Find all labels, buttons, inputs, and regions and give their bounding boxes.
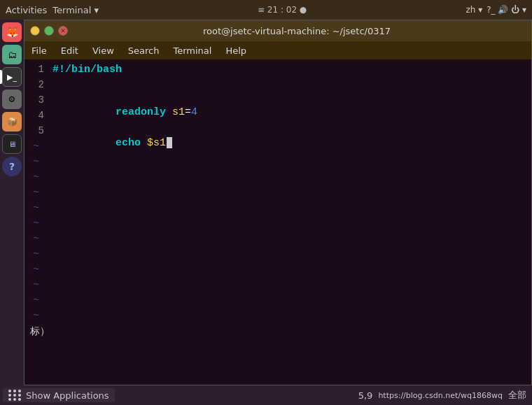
sidebar: 🦊 🗂 ▶_ ⚙ 📦 🖥 ? — [0, 20, 24, 385]
tilde-line-4: ~ — [24, 187, 531, 202]
dot-3 — [18, 390, 21, 392]
system-bar: Activities Terminal ▾ ≡ 21 : 02 ● zh ▾ ?… — [0, 0, 532, 20]
tilde-line-9: ~ — [24, 264, 531, 279]
window-title: root@jsetc-virtual-machine: ~/jsetc/0317 — [68, 26, 526, 36]
code-line-5: 5 echo $s1 — [24, 125, 531, 141]
sidebar-icon-help[interactable]: ? — [2, 157, 22, 176]
line-num-2: 2 — [27, 79, 44, 90]
dot-1 — [8, 390, 11, 392]
system-bar-left: Activities Terminal ▾ — [6, 5, 99, 15]
lang-indicator[interactable]: zh ▾ — [465, 5, 482, 15]
code-line-2: 2 — [24, 79, 531, 94]
tilde-line-12: ~ — [24, 310, 531, 325]
menu-terminal[interactable]: Terminal — [170, 44, 214, 57]
show-applications-label: Show Applications — [26, 390, 109, 401]
tilde-line-7: ~ — [24, 233, 531, 248]
activities-label[interactable]: Activities — [6, 5, 47, 15]
minimize-button[interactable] — [30, 26, 40, 36]
keyword-echo: echo — [115, 137, 147, 149]
sidebar-icon-settings[interactable]: ⚙ — [2, 90, 22, 109]
dot-6 — [18, 394, 21, 397]
clock: ≡ 21 : 02 ● — [258, 5, 307, 15]
window-controls: ✕ — [30, 26, 68, 36]
menu-bar: File Edit View Search Terminal Help — [24, 41, 531, 59]
terminal-window: ✕ root@jsetc-virtual-machine: ~/jsetc/03… — [24, 20, 532, 385]
cursor — [167, 137, 172, 148]
value-4: 4 — [191, 106, 197, 118]
sidebar-icon-display[interactable]: 🖥 — [2, 134, 22, 154]
close-button[interactable]: ✕ — [58, 26, 68, 36]
line-num-5: 5 — [27, 125, 44, 136]
maximize-button[interactable] — [44, 26, 54, 36]
title-bar: ✕ root@jsetc-virtual-machine: ~/jsetc/03… — [24, 20, 531, 41]
code-line-1: 1 #!/bin/bash — [24, 64, 531, 79]
tilde-line-3: ~ — [24, 171, 531, 187]
var-s1-ref: $s1 — [147, 137, 166, 149]
menu-view[interactable]: View — [90, 44, 117, 57]
equals-sign: = — [185, 106, 191, 118]
tilde-line-11: ~ — [24, 294, 531, 310]
dots-grid-icon — [8, 390, 22, 401]
dot-7 — [8, 398, 11, 401]
dot-5 — [13, 394, 16, 397]
sidebar-icon-misc[interactable]: 📦 — [2, 112, 22, 132]
sidebar-icon-files[interactable]: 🗂 — [2, 45, 22, 64]
line-content-5: echo $s1 — [52, 125, 172, 161]
status-bar: Show Applications 5,9 https://blog.csdn.… — [0, 385, 532, 405]
menu-file[interactable]: File — [29, 44, 50, 57]
menu-edit[interactable]: Edit — [58, 44, 81, 57]
all-label: 全部 — [508, 389, 526, 402]
dot-8 — [13, 398, 16, 401]
line-content-1: #!/bin/bash — [52, 64, 122, 76]
show-applications-button[interactable]: Show Applications — [3, 388, 115, 402]
main-layout: 🦊 🗂 ▶_ ⚙ 📦 🖥 ? — [0, 20, 532, 385]
url-label: https://blog.csdn.net/wq1868wq — [378, 391, 503, 400]
system-bar-center: ≡ 21 : 02 ● — [99, 5, 465, 15]
status-left: Show Applications — [0, 388, 115, 402]
bottom-partial-line: 标） — [24, 325, 531, 341]
var-s1: s1 — [172, 106, 185, 118]
dot-4 — [8, 394, 11, 397]
cursor-position: 5,9 — [358, 390, 373, 401]
tilde-line-10: ~ — [24, 279, 531, 294]
sidebar-icon-terminal[interactable]: ▶_ — [2, 67, 22, 87]
line-num-4: 4 — [27, 110, 44, 121]
menu-search[interactable]: Search — [125, 44, 162, 57]
tilde-line-5: ~ — [24, 202, 531, 218]
keyword-readonly: readonly — [115, 106, 172, 118]
terminal-menu-label[interactable]: Terminal ▾ — [52, 5, 99, 15]
tilde-line-8: ~ — [24, 248, 531, 264]
status-right: 5,9 https://blog.csdn.net/wq1868wq 全部 — [358, 389, 532, 402]
editor-area[interactable]: 1 #!/bin/bash 2 3 readonly s1=4 4 — [24, 59, 531, 385]
code-line-3: 3 readonly s1=4 — [24, 94, 531, 110]
dot-2 — [13, 390, 16, 392]
system-bar-right: zh ▾ ?_ 🔊 ⏻ ▾ — [465, 5, 526, 15]
tilde-line-6: ~ — [24, 218, 531, 233]
dot-9 — [18, 398, 21, 401]
line-num-3: 3 — [27, 94, 44, 106]
sidebar-icon-browser[interactable]: 🦊 — [2, 22, 22, 42]
menu-help[interactable]: Help — [223, 44, 249, 57]
line-num-1: 1 — [27, 64, 44, 75]
system-icons: ?_ 🔊 ⏻ ▾ — [486, 5, 526, 15]
